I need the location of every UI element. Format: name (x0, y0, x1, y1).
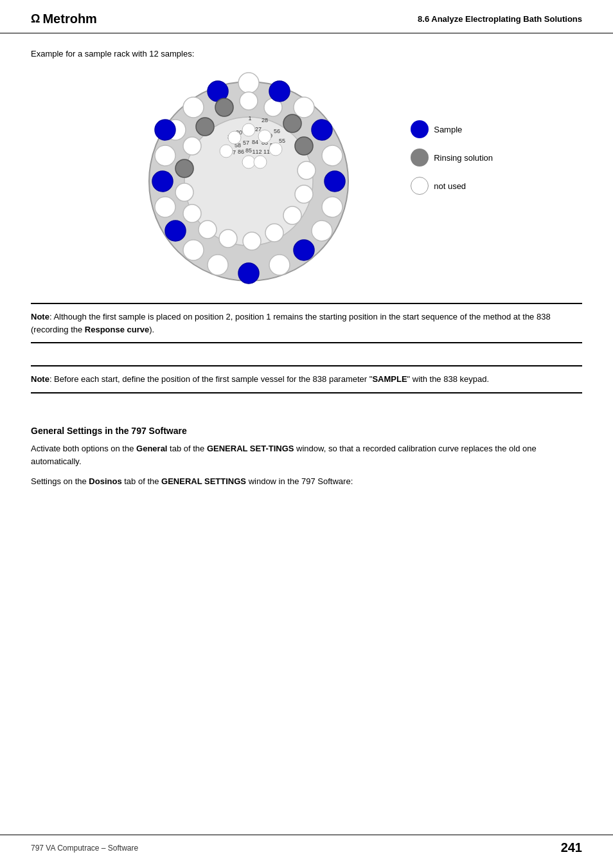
svg-text:55: 55 (279, 138, 285, 144)
dosinos-bold: Dosinos (89, 476, 121, 486)
section-heading: General Settings in the 797 Software (31, 426, 582, 436)
svg-point-65 (269, 81, 290, 102)
intro-paragraph: Example for a sample rack with 12 sample… (31, 49, 582, 59)
svg-point-75 (220, 145, 233, 158)
svg-text:1: 1 (248, 115, 251, 122)
svg-point-26 (322, 197, 342, 217)
svg-point-68 (175, 159, 193, 177)
svg-point-52 (175, 183, 193, 201)
svg-point-24 (322, 145, 342, 166)
note-1-text: Note: Although the first sample is place… (31, 311, 582, 336)
note-1-bold: Note (31, 312, 49, 321)
svg-point-73 (269, 143, 282, 156)
body-para-1-mid: tab of the (167, 444, 206, 453)
note-2-body: : Before each start, define the position… (49, 374, 373, 384)
legend-rinsing-label: Rinsing solution (434, 153, 493, 163)
logo-text: Ω Metrohm (31, 12, 97, 26)
body-para-2-end: window in the 797 Software: (246, 476, 353, 486)
legend: Sample Rinsing solution not used (411, 120, 493, 195)
svg-point-27 (312, 221, 332, 241)
svg-point-69 (283, 114, 301, 132)
svg-text:85: 85 (245, 147, 252, 154)
note-1-end: ). (149, 325, 154, 334)
body-para-1-start: Activate both options on the (31, 444, 136, 453)
svg-point-54 (183, 137, 201, 155)
svg-text:112: 112 (252, 149, 262, 155)
svg-point-44 (298, 161, 315, 179)
body-para-2-start: Settings on the (31, 476, 89, 486)
svg-point-61 (238, 263, 259, 284)
svg-point-77 (254, 156, 267, 168)
body-para-2-mid: tab of the (122, 476, 161, 486)
svg-point-40 (240, 92, 258, 110)
logo-brand: Metrohm (42, 12, 96, 26)
section-title: 8.6 Analyze Electroplating Bath Solution… (418, 14, 582, 24)
svg-point-59 (152, 171, 173, 192)
svg-point-22 (294, 97, 314, 118)
svg-point-51 (183, 204, 201, 222)
svg-point-34 (155, 197, 175, 217)
svg-point-74 (228, 131, 241, 144)
general-settings-bold: GENERAL SET-TINGS (207, 444, 294, 453)
legend-item-rinsing: Rinsing solution (411, 149, 493, 167)
svg-point-71 (242, 123, 255, 136)
svg-point-67 (196, 118, 214, 136)
svg-point-46 (283, 206, 301, 224)
general-bold: General (136, 444, 167, 453)
svg-text:56: 56 (274, 128, 280, 134)
page-footer: 797 VA Computrace – Software 241 (0, 835, 613, 855)
svg-point-64 (312, 120, 332, 140)
svg-text:28: 28 (262, 117, 268, 123)
note-2-text: Note: Before each start, define the posi… (31, 373, 582, 386)
svg-point-32 (183, 240, 204, 260)
svg-text:57: 57 (243, 140, 249, 146)
footer-product-name: 797 VA Computrace – Software (31, 844, 138, 853)
page-number: 241 (561, 840, 582, 855)
legend-rinsing-icon (411, 149, 429, 167)
body-para-2: Settings on the Dosinos tab of the GENER… (31, 475, 582, 489)
note-1-response-curve: Response curve (85, 325, 149, 334)
main-content: Example for a sample rack with 12 sample… (0, 33, 613, 521)
svg-point-63 (324, 171, 345, 192)
svg-point-38 (183, 97, 204, 118)
svg-point-72 (258, 130, 271, 143)
legend-notused-icon (411, 177, 429, 195)
svg-point-20 (238, 73, 259, 93)
rack-svg: 1 28 27 56 29 30 31 55 58 57 84 83 59 67… (120, 69, 396, 287)
svg-point-76 (242, 156, 255, 168)
legend-item-notused: not used (411, 177, 493, 195)
note-2-sample-bold: SAMPLE (372, 374, 407, 384)
svg-text:84: 84 (252, 139, 258, 145)
svg-point-60 (165, 221, 186, 241)
svg-point-45 (295, 185, 313, 203)
svg-text:11: 11 (263, 149, 270, 155)
rack-diagram: 1 28 27 56 29 30 31 55 58 57 84 83 59 67… (120, 69, 493, 287)
diagram-section: 1 28 27 56 29 30 31 55 58 57 84 83 59 67… (31, 69, 582, 287)
legend-notused-label: not used (434, 181, 466, 191)
svg-point-58 (155, 120, 175, 140)
logo-omega: Ω (31, 12, 40, 26)
note-box-1: Note: Although the first sample is place… (31, 303, 582, 343)
note-2-end: " with the 838 keypad. (407, 374, 489, 384)
body-para-1: Activate both options on the General tab… (31, 442, 582, 469)
svg-point-48 (243, 232, 261, 250)
svg-point-70 (295, 137, 313, 155)
svg-point-66 (215, 98, 233, 116)
note-box-2: Note: Before each start, define the posi… (31, 365, 582, 393)
svg-point-50 (199, 221, 217, 239)
page-header: Ω Metrohm 8.6 Analyze Electroplating Bat… (0, 0, 613, 33)
svg-point-62 (294, 240, 314, 260)
general-settings-2-bold: GENERAL SETTINGS (161, 476, 246, 486)
svg-text:86: 86 (238, 149, 244, 155)
svg-point-49 (219, 230, 237, 248)
svg-point-36 (155, 145, 175, 166)
note-2-bold: Note (31, 374, 49, 384)
svg-point-47 (265, 224, 283, 242)
legend-sample-label: Sample (434, 125, 462, 134)
logo: Ω Metrohm (31, 12, 97, 26)
svg-point-29 (269, 255, 290, 275)
legend-item-sample: Sample (411, 120, 493, 138)
legend-sample-icon (411, 120, 429, 138)
svg-point-31 (208, 255, 228, 275)
